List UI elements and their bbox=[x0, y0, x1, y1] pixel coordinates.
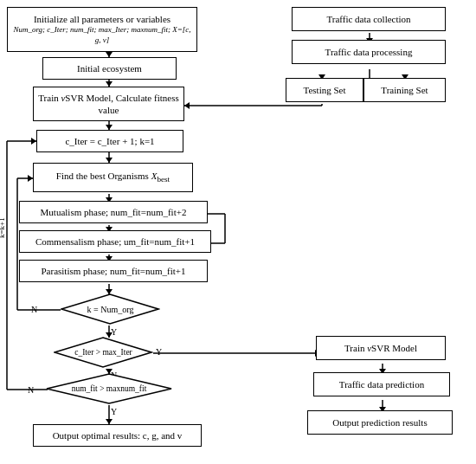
init-params-label: Initialize all parameters or variables bbox=[34, 13, 170, 25]
k-plus1-label: k=k+1 bbox=[0, 217, 6, 238]
testing-set-box: Testing Set bbox=[286, 78, 363, 102]
training-set-label: Training Set bbox=[381, 84, 428, 96]
flowchart-diagram: Initialize all parameters or variables N… bbox=[0, 0, 476, 464]
diamond-k-label: k = Num_org bbox=[61, 293, 160, 325]
traffic-collect-box: Traffic data collection bbox=[292, 7, 446, 31]
diamond-citer: c_Iter > max_Iter bbox=[54, 336, 153, 369]
diamond-numfit-label: num_fit > maxnum_fit bbox=[45, 372, 173, 405]
output-label: Output optimal results: c, g, and v bbox=[53, 429, 183, 441]
train-vsvr2-label: Train νSVR Model bbox=[344, 342, 417, 354]
parasitism-box: Parasitism phase; num_fit=num_fit+1 bbox=[19, 260, 208, 282]
initial-ecosystem-box: Initial ecosystem bbox=[42, 57, 177, 80]
find-best-label: Find the best Organisms Xbest bbox=[56, 170, 170, 185]
n-label-numfit: N bbox=[28, 385, 34, 395]
diamond-k: k = Num_org bbox=[61, 293, 160, 325]
commensalism-label: Commensalism phase; um_fit=num_fit+1 bbox=[35, 235, 195, 248]
c-iter-box: c_Iter = c_Iter + 1; k=1 bbox=[36, 130, 183, 152]
training-set-box: Training Set bbox=[363, 78, 446, 102]
output-box: Output optimal results: c, g, and v bbox=[33, 424, 202, 447]
c-iter-label: c_Iter = c_Iter + 1; k=1 bbox=[65, 135, 154, 147]
train-vsvr-box: Train νSVR Model, Calculate fitness valu… bbox=[33, 87, 184, 121]
traffic-process-label: Traffic data processing bbox=[325, 46, 413, 58]
train-vsvr-label: Train νSVR Model, Calculate fitness valu… bbox=[37, 92, 180, 117]
output-predict-label: Output prediction results bbox=[332, 416, 427, 429]
init-params-box: Initialize all parameters or variables N… bbox=[7, 7, 197, 52]
diamond-numfit: num_fit > maxnum_fit bbox=[45, 372, 173, 405]
traffic-collect-label: Traffic data collection bbox=[326, 13, 410, 25]
svg-marker-13 bbox=[184, 102, 190, 109]
init-params-sublabel: Num_org; c_Iter; num_fit; max_Iter; maxn… bbox=[11, 25, 193, 45]
y-label-citer: Y bbox=[156, 347, 162, 357]
mutualism-label: Mutualism phase; num_fit=num_fit+2 bbox=[41, 206, 187, 218]
testing-set-label: Testing Set bbox=[303, 84, 345, 96]
commensalism-box: Commensalism phase; um_fit=num_fit+1 bbox=[19, 230, 211, 253]
initial-ecosystem-label: Initial ecosystem bbox=[77, 62, 142, 74]
traffic-process-box: Traffic data processing bbox=[292, 40, 446, 64]
traffic-predict-label: Traffic data prediction bbox=[339, 378, 424, 390]
mutualism-box: Mutualism phase; num_fit=num_fit+2 bbox=[19, 201, 208, 223]
output-predict-box: Output prediction results bbox=[307, 410, 453, 435]
n-label-k: N bbox=[31, 305, 37, 314]
traffic-predict-box: Traffic data prediction bbox=[313, 372, 450, 396]
train-vsvr2-box: Train νSVR Model bbox=[316, 336, 446, 360]
parasitism-label: Parasitism phase; num_fit=num_fit+1 bbox=[41, 265, 185, 277]
y-label-numfit: Y bbox=[111, 407, 117, 416]
find-best-box: Find the best Organisms Xbest bbox=[33, 163, 193, 192]
diamond-citer-label: c_Iter > max_Iter bbox=[54, 336, 153, 369]
